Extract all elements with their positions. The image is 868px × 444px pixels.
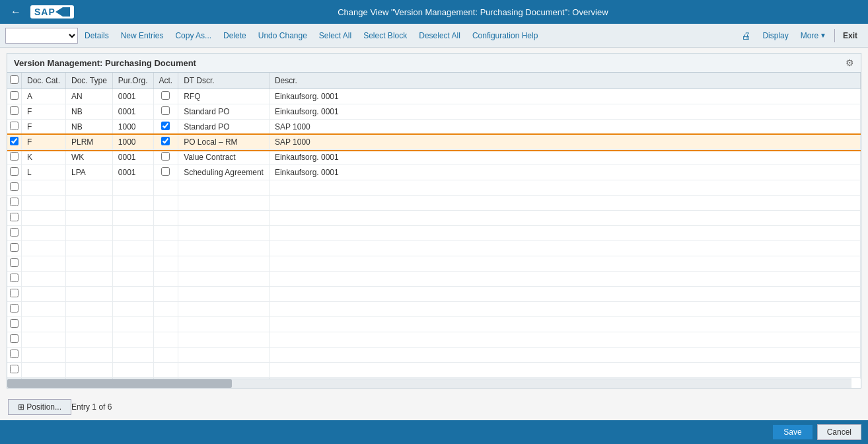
empty-row <box>7 363 861 378</box>
empty-row-checkbox[interactable] <box>10 319 18 328</box>
sap-logo-icon <box>55 7 70 17</box>
cell-doc-cat: L <box>22 165 66 180</box>
print-button[interactable]: 🖨 <box>736 28 756 43</box>
chevron-down-icon: ▼ <box>820 32 826 39</box>
table-row[interactable]: FPLRM1000PO Local – RMSAP 1000 <box>7 135 861 150</box>
back-button[interactable]: ← <box>7 5 25 19</box>
cell-doc-type: LPA <box>66 165 113 180</box>
row-checkbox[interactable] <box>10 122 18 130</box>
cell-doc-type: NB <box>66 104 113 120</box>
cell-descr: Einkaufsorg. 0001 <box>269 150 860 165</box>
empty-row <box>7 287 861 302</box>
data-table: Doc. Cat. Doc. Type Pur.Org. Act. DT Dsc… <box>7 73 861 379</box>
table-container[interactable]: Doc. Cat. Doc. Type Pur.Org. Act. DT Dsc… <box>7 73 861 379</box>
sap-logo: SAP <box>30 5 74 18</box>
empty-row-checkbox[interactable] <box>10 182 18 191</box>
table-row[interactable]: FNB0001Standard POEinkaufsorg. 0001 <box>7 104 861 120</box>
row-checkbox[interactable] <box>10 106 18 115</box>
cell-dt-dscr: Standard PO <box>178 104 270 120</box>
cell-act <box>153 89 178 104</box>
empty-row-checkbox[interactable] <box>10 289 18 297</box>
configuration-help-button[interactable]: Configuration Help <box>467 29 543 42</box>
act-checkbox[interactable] <box>161 91 170 100</box>
act-checkbox[interactable] <box>161 137 170 145</box>
act-checkbox[interactable] <box>161 152 170 161</box>
table-row[interactable]: KWK0001Value ContractEinkaufsorg. 0001 <box>7 150 861 165</box>
cell-dt-dscr: RFQ <box>178 89 270 104</box>
row-checkbox[interactable] <box>10 91 18 100</box>
toolbar-right: 🖨 Display More ▼ Exit <box>736 28 863 43</box>
cell-dt-dscr: Scheduling Agreement <box>178 165 270 180</box>
delete-button[interactable]: Delete <box>218 29 252 42</box>
col-header-doc-type: Doc. Type <box>66 73 113 89</box>
table-row[interactable]: LLPA0001Scheduling AgreementEinkaufsorg.… <box>7 165 861 180</box>
empty-row <box>7 226 861 241</box>
toolbar: Details New Entries Copy As... Delete Un… <box>0 24 868 48</box>
row-checkbox[interactable] <box>10 137 18 145</box>
entry-info: Entry 1 of 6 <box>71 402 112 412</box>
empty-row-checkbox[interactable] <box>10 350 18 358</box>
settings-icon[interactable]: ⚙ <box>846 57 854 68</box>
empty-row-checkbox[interactable] <box>10 243 18 252</box>
col-header-doc-cat: Doc. Cat. <box>22 73 66 89</box>
cell-descr: SAP 1000 <box>269 120 860 135</box>
row-checkbox-cell <box>7 120 22 135</box>
act-checkbox[interactable] <box>161 106 170 115</box>
exit-button[interactable]: Exit <box>838 29 863 42</box>
cell-doc-cat: F <box>22 104 66 120</box>
empty-row-checkbox[interactable] <box>10 228 18 237</box>
svg-marker-0 <box>55 7 70 17</box>
select-all-button[interactable]: Select All <box>314 29 357 42</box>
table-body: AAN0001RFQEinkaufsorg. 0001FNB0001Standa… <box>7 89 861 379</box>
row-checkbox[interactable] <box>10 167 18 176</box>
table-row[interactable]: AAN0001RFQEinkaufsorg. 0001 <box>7 89 861 104</box>
cell-pur-org: 0001 <box>112 89 153 104</box>
cell-dt-dscr: Standard PO <box>178 120 270 135</box>
cell-descr: Einkaufsorg. 0001 <box>269 89 860 104</box>
cell-act <box>153 104 178 120</box>
empty-row <box>7 272 861 287</box>
empty-row-checkbox[interactable] <box>10 334 18 343</box>
display-button[interactable]: Display <box>757 29 793 42</box>
more-button[interactable]: More ▼ <box>795 29 832 42</box>
sap-logo-text: SAP <box>34 7 55 17</box>
empty-row-checkbox[interactable] <box>10 213 18 221</box>
empty-row-checkbox[interactable] <box>10 198 18 206</box>
copy-as-button[interactable]: Copy As... <box>170 29 217 42</box>
page-title: Change View "Version Management: Purchas… <box>85 7 861 17</box>
cell-descr: Einkaufsorg. 0001 <box>269 165 860 180</box>
horizontal-scrollbar[interactable] <box>7 379 851 388</box>
empty-row-checkbox[interactable] <box>10 304 18 313</box>
save-button[interactable]: Save <box>772 424 813 440</box>
col-header-pur-org: Pur.Org. <box>112 73 153 89</box>
row-checkbox-cell <box>7 104 22 120</box>
empty-row-checkbox[interactable] <box>10 365 18 373</box>
col-header-act: Act. <box>153 73 178 89</box>
footer-bar: ⊞ Position... Entry 1 of 6 <box>0 394 868 420</box>
cell-doc-cat: K <box>22 150 66 165</box>
row-checkbox[interactable] <box>10 152 18 161</box>
empty-row-checkbox[interactable] <box>10 258 18 267</box>
cell-pur-org: 1000 <box>112 120 153 135</box>
act-checkbox[interactable] <box>161 122 170 130</box>
cancel-button[interactable]: Cancel <box>817 424 861 440</box>
details-button[interactable]: Details <box>79 29 114 42</box>
undo-change-button[interactable]: Undo Change <box>253 29 312 42</box>
col-header-descr: Descr. <box>269 73 860 89</box>
deselect-all-button[interactable]: Deselect All <box>414 29 466 42</box>
cell-pur-org: 0001 <box>112 104 153 120</box>
select-block-button[interactable]: Select Block <box>358 29 412 42</box>
position-button[interactable]: ⊞ Position... <box>8 399 71 415</box>
act-checkbox[interactable] <box>161 167 170 176</box>
toolbar-dropdown[interactable] <box>5 28 78 44</box>
empty-row <box>7 256 861 272</box>
cell-act <box>153 135 178 150</box>
cell-doc-type: NB <box>66 120 113 135</box>
empty-row <box>7 196 861 211</box>
select-all-checkbox[interactable] <box>10 75 18 84</box>
cell-doc-cat: A <box>22 89 66 104</box>
empty-row-checkbox[interactable] <box>10 274 18 282</box>
table-row[interactable]: FNB1000Standard POSAP 1000 <box>7 120 861 135</box>
empty-row <box>7 317 861 332</box>
new-entries-button[interactable]: New Entries <box>116 29 169 42</box>
